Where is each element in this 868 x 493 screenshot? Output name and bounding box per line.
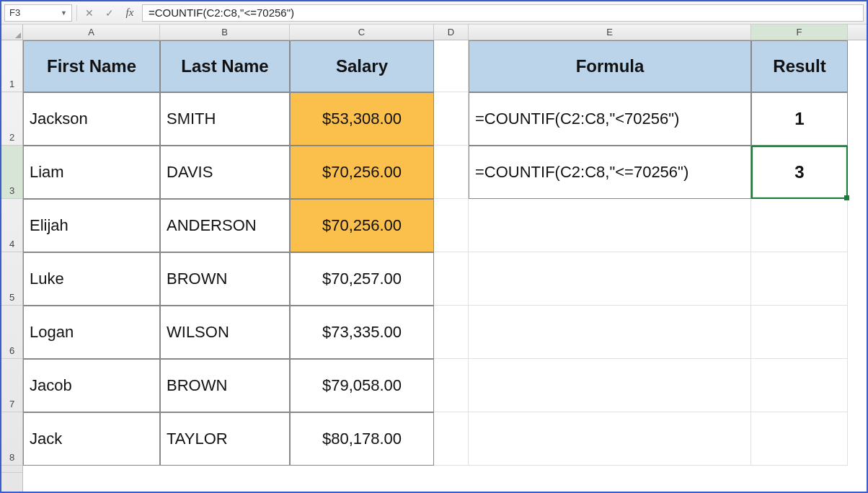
formula-bar: F3 ▼ ✕ ✓ fx =COUNTIF(C2:C8,"<=70256"): [1, 1, 867, 25]
cell-A5[interactable]: Luke: [23, 252, 160, 306]
cell-C8[interactable]: $80,178.00: [290, 412, 434, 466]
cell-F5[interactable]: [751, 252, 848, 306]
cell-B8[interactable]: TAYLOR: [160, 412, 290, 466]
row-header-8[interactable]: 8: [1, 412, 22, 466]
col-header-C[interactable]: C: [290, 25, 434, 40]
cell-C5[interactable]: $70,257.00: [290, 252, 434, 306]
row-header-6[interactable]: 6: [1, 306, 22, 359]
col-header-F[interactable]: F: [751, 25, 848, 40]
cell-E7[interactable]: [469, 359, 751, 412]
row-header-5[interactable]: 5: [1, 252, 22, 306]
cell-B5[interactable]: BROWN: [160, 252, 290, 306]
cell-B4[interactable]: ANDERSON: [160, 199, 290, 252]
cancel-icon[interactable]: ✕: [81, 5, 97, 21]
cell-E6[interactable]: [469, 306, 751, 359]
cell-D3[interactable]: [434, 146, 469, 199]
cell-F3[interactable]: 3: [751, 146, 848, 199]
cell-E4[interactable]: [469, 199, 751, 252]
cell-D7[interactable]: [434, 359, 469, 412]
row-header-3[interactable]: 3: [1, 146, 22, 199]
header-salary[interactable]: Salary: [290, 40, 434, 92]
cell-A6[interactable]: Logan: [23, 306, 160, 359]
chevron-down-icon: ▼: [61, 9, 67, 17]
cell-C2[interactable]: $53,308.00: [290, 92, 434, 146]
cell-B7[interactable]: BROWN: [160, 359, 290, 412]
col-header-D[interactable]: D: [434, 25, 469, 40]
row-header-9[interactable]: [1, 466, 22, 473]
confirm-icon[interactable]: ✓: [102, 5, 118, 21]
row-header-7[interactable]: 7: [1, 359, 22, 412]
select-all-triangle[interactable]: [1, 25, 23, 40]
row-header-2[interactable]: 2: [1, 92, 22, 146]
fx-icon[interactable]: fx: [122, 5, 138, 21]
col-header-E[interactable]: E: [469, 25, 751, 40]
cell-F6[interactable]: [751, 306, 848, 359]
column-headers: A B C D E F: [1, 25, 867, 40]
cell-E3[interactable]: =COUNTIF(C2:C8,"<=70256"): [469, 146, 751, 199]
separator: [76, 5, 77, 21]
formula-text: =COUNTIF(C2:C8,"<=70256"): [149, 6, 294, 19]
cell-A4[interactable]: Elijah: [23, 199, 160, 252]
cell-F4[interactable]: [751, 199, 848, 252]
cell-E8[interactable]: [469, 412, 751, 466]
cell-D2[interactable]: [434, 92, 469, 146]
formula-input[interactable]: =COUNTIF(C2:C8,"<=70256"): [142, 4, 864, 22]
name-box-value: F3: [9, 7, 20, 18]
cell-B2[interactable]: SMITH: [160, 92, 290, 146]
cell-C3[interactable]: $70,256.00: [290, 146, 434, 199]
cell-B6[interactable]: WILSON: [160, 306, 290, 359]
col-header-B[interactable]: B: [160, 25, 290, 40]
cell-F8[interactable]: [751, 412, 848, 466]
row-headers: 1 2 3 4 5 6 7 8: [1, 40, 23, 492]
cell-C4[interactable]: $70,256.00: [290, 199, 434, 252]
row-header-4[interactable]: 4: [1, 199, 22, 252]
cell-C7[interactable]: $79,058.00: [290, 359, 434, 412]
header-last-name[interactable]: Last Name: [160, 40, 290, 92]
cell-A2[interactable]: Jackson: [23, 92, 160, 146]
cell-F2[interactable]: 1: [751, 92, 848, 146]
cell-D5[interactable]: [434, 252, 469, 306]
cell-D6[interactable]: [434, 306, 469, 359]
row-header-1[interactable]: 1: [1, 40, 22, 92]
cell-E2[interactable]: =COUNTIF(C2:C8,"<70256"): [469, 92, 751, 146]
cells-area[interactable]: First Name Last Name Salary Formula Resu…: [23, 40, 867, 492]
grid: 1 2 3 4 5 6 7 8 First Name Last Name Sal…: [1, 40, 867, 492]
header-result[interactable]: Result: [751, 40, 848, 92]
col-header-A[interactable]: A: [23, 25, 160, 40]
cell-E5[interactable]: [469, 252, 751, 306]
cell-C6[interactable]: $73,335.00: [290, 306, 434, 359]
cell-B3[interactable]: DAVIS: [160, 146, 290, 199]
name-box[interactable]: F3 ▼: [4, 4, 72, 22]
cell-A8[interactable]: Jack: [23, 412, 160, 466]
cell-F7[interactable]: [751, 359, 848, 412]
cell-D1[interactable]: [434, 40, 469, 92]
cell-A3[interactable]: Liam: [23, 146, 160, 199]
cell-D4[interactable]: [434, 199, 469, 252]
header-formula[interactable]: Formula: [469, 40, 751, 92]
cell-A7[interactable]: Jacob: [23, 359, 160, 412]
header-first-name[interactable]: First Name: [23, 40, 160, 92]
cell-D8[interactable]: [434, 412, 469, 466]
